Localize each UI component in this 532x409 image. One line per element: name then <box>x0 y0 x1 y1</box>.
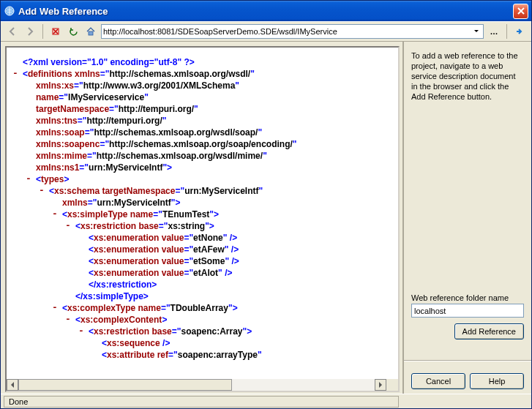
add-web-reference-dialog: Add Web Reference … <box>0 0 532 409</box>
go-button[interactable] <box>512 24 527 39</box>
instructions-text: To add a web reference to the project, n… <box>411 50 524 102</box>
content-area: <?xml version="1.0" encoding="utf-8" ?> … <box>1 42 531 394</box>
stop-button[interactable] <box>48 24 63 39</box>
browser-pane: <?xml version="1.0" encoding="utf-8" ?> … <box>1 42 404 394</box>
collapse-toggle[interactable]: - <box>52 209 58 220</box>
add-reference-button[interactable]: Add Reference <box>454 323 524 339</box>
collapse-toggle[interactable]: - <box>26 173 31 185</box>
scroll-track[interactable] <box>18 379 375 391</box>
divider <box>404 360 531 361</box>
url-input[interactable] <box>103 27 471 36</box>
address-bar <box>101 24 484 39</box>
back-button[interactable] <box>5 24 20 39</box>
close-button[interactable] <box>513 4 528 19</box>
cancel-button[interactable]: Cancel <box>411 373 465 389</box>
url-dropdown-icon[interactable] <box>471 26 482 37</box>
browse-button[interactable]: … <box>487 24 501 39</box>
forward-button[interactable] <box>23 24 37 39</box>
collapse-toggle[interactable]: - <box>39 185 45 197</box>
titlebar: Add Web Reference <box>1 1 531 21</box>
app-icon <box>4 5 15 17</box>
collapse-toggle[interactable]: - <box>65 220 71 232</box>
svg-rect-2 <box>89 31 93 35</box>
browser-toolbar: … <box>1 21 531 42</box>
xml-view[interactable]: <?xml version="1.0" encoding="utf-8" ?> … <box>7 48 398 379</box>
toolbar-separator <box>42 24 43 39</box>
folder-name-label: Web reference folder name <box>411 293 524 302</box>
folder-name-input[interactable] <box>411 304 524 318</box>
right-panel: To add a web reference to the project, n… <box>404 42 531 394</box>
collapse-toggle[interactable]: - <box>78 326 84 337</box>
scroll-thumb[interactable] <box>18 379 232 391</box>
horizontal-scrollbar[interactable] <box>7 379 386 391</box>
help-button[interactable]: Help <box>470 373 524 389</box>
status-bar: Done <box>1 394 531 408</box>
collapse-toggle[interactable]: - <box>52 302 58 314</box>
wsdl-browser: <?xml version="1.0" encoding="utf-8" ?> … <box>5 46 400 392</box>
toolbar-separator <box>506 24 507 39</box>
home-button[interactable] <box>83 24 98 39</box>
scroll-left-button[interactable] <box>7 379 18 391</box>
collapse-toggle[interactable]: - <box>12 68 18 80</box>
scroll-right-button[interactable] <box>375 379 386 391</box>
collapse-toggle[interactable]: - <box>65 314 71 326</box>
refresh-button[interactable] <box>66 24 80 39</box>
scroll-corner <box>386 379 398 391</box>
status-text: Done <box>4 396 399 408</box>
xml-declaration: <?xml version="1.0" encoding="utf-8" ?> <box>23 57 195 67</box>
window-title: Add Web Reference <box>18 6 513 17</box>
